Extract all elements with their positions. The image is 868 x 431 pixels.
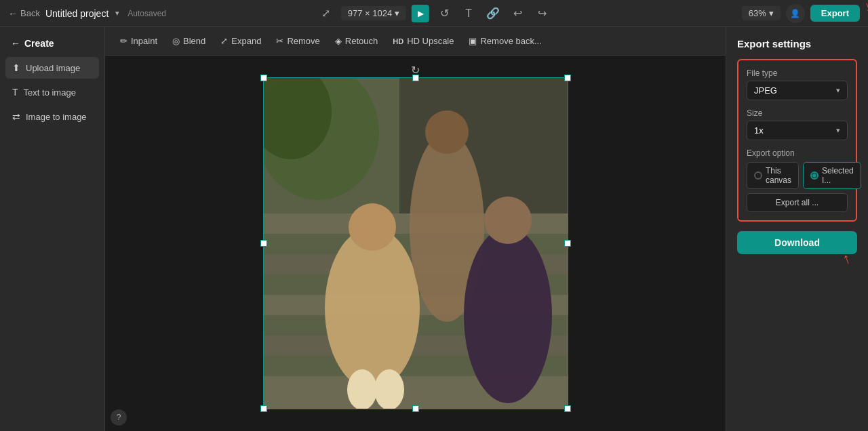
expand-label: Expand — [231, 36, 261, 46]
selected-option[interactable]: Selected I... — [803, 162, 861, 189]
file-type-label: File type — [747, 68, 848, 78]
bottom-bar: ? — [111, 409, 127, 426]
fit-screen-button[interactable]: ⤢ — [317, 4, 336, 23]
size-select[interactable]: 1x ▾ — [747, 121, 848, 140]
handle-middle-left[interactable] — [260, 240, 267, 247]
play-button[interactable]: ▶ — [412, 5, 429, 22]
this-canvas-option[interactable]: This canvas — [747, 162, 799, 189]
expand-icon: ⤢ — [220, 36, 228, 46]
blend-button[interactable]: ◎ Blend — [165, 33, 212, 49]
size-chevron: ▾ — [836, 126, 840, 135]
file-type-select[interactable]: JPEG ▾ — [747, 81, 848, 100]
zoom-chevron: ▾ — [769, 8, 774, 18]
export-all-label: Export all ... — [776, 198, 818, 207]
help-button[interactable]: ? — [111, 409, 127, 426]
svg-point-15 — [347, 369, 377, 409]
canvas-viewport[interactable]: ↻ — [105, 56, 726, 431]
zoom-control[interactable]: 63% ▾ — [742, 6, 781, 20]
link-button[interactable]: 🔗 — [484, 4, 502, 23]
hd-upscale-button[interactable]: HD HD Upscale — [386, 33, 460, 49]
file-type-section: File type JPEG ▾ — [747, 68, 848, 100]
text-tool-button[interactable]: T — [459, 4, 478, 23]
sidebar-image-label: Image to image — [26, 112, 87, 122]
handle-bottom-right[interactable] — [564, 405, 571, 412]
download-button[interactable]: Download — [737, 231, 857, 254]
topbar-center: ⤢ 977 × 1024 ▾ ▶ ↺ T 🔗 ↩ ↪ — [317, 4, 551, 23]
zoom-value: 63% — [749, 8, 766, 18]
handle-bottom-middle[interactable] — [412, 405, 419, 412]
main-layout: ← Create ⬆ Upload image T Text to image … — [0, 27, 868, 431]
remove-back-icon: ▣ — [469, 36, 477, 46]
hd-upscale-label: HD Upscale — [407, 36, 454, 46]
refresh-button[interactable]: ↺ — [435, 4, 454, 23]
svg-point-12 — [425, 110, 469, 154]
inpaint-button[interactable]: ✏ Inpaint — [113, 33, 164, 49]
sidebar-header: ← Create — [5, 35, 99, 54]
selected-radio[interactable] — [810, 171, 818, 180]
sidebar: ← Create ⬆ Upload image T Text to image … — [0, 27, 105, 431]
export-button[interactable]: Export — [810, 5, 860, 22]
svg-point-10 — [349, 203, 396, 251]
canvas-image-container[interactable] — [263, 77, 568, 409]
panel-title: Export settings — [737, 38, 857, 49]
back-button[interactable]: ← Back — [8, 8, 40, 19]
undo-button[interactable]: ↩ — [508, 4, 527, 23]
download-section: Download ↑ — [737, 231, 857, 254]
topbar: ← Back Untitled project ▾ Autosaved ⤢ 97… — [0, 0, 868, 27]
size-label: Size — [747, 108, 848, 118]
topbar-right: 63% ▾ 👤 Export ↑ — [742, 4, 860, 23]
handle-top-middle[interactable] — [412, 75, 419, 81]
collab-button[interactable]: 👤 — [786, 4, 805, 23]
text-icon: T — [12, 87, 18, 98]
export-all-button[interactable]: Export all ... — [747, 193, 848, 212]
retouch-button[interactable]: ◈ Retouch — [328, 33, 384, 49]
handle-bottom-left[interactable] — [260, 405, 267, 412]
remove-icon: ✂ — [276, 36, 283, 46]
sidebar-back-icon: ← — [11, 38, 20, 49]
sidebar-item-text-to-image[interactable]: T Text to image — [5, 81, 99, 103]
autosaved-label: Autosaved — [127, 9, 166, 18]
play-icon: ▶ — [418, 9, 424, 18]
handle-top-right[interactable] — [564, 75, 571, 81]
sidebar-item-upload[interactable]: ⬆ Upload image — [5, 57, 99, 79]
svg-point-13 — [464, 227, 552, 403]
blend-icon: ◎ — [172, 36, 180, 46]
sidebar-header-label: Create — [24, 38, 54, 49]
svg-point-16 — [374, 369, 404, 409]
canvas-svg-overlay — [264, 78, 568, 409]
inpaint-icon: ✏ — [120, 36, 127, 46]
handle-middle-right[interactable] — [564, 240, 571, 247]
this-canvas-radio[interactable] — [754, 171, 762, 180]
redo-button[interactable]: ↪ — [532, 4, 551, 23]
blend-label: Blend — [183, 36, 205, 46]
file-type-chevron: ▾ — [836, 86, 840, 95]
help-icon: ? — [117, 413, 121, 422]
file-type-value: JPEG — [754, 85, 777, 96]
collab-icon: 👤 — [790, 9, 800, 18]
svg-point-9 — [325, 227, 420, 390]
topbar-left: ← Back Untitled project ▾ Autosaved — [8, 8, 166, 19]
sidebar-upload-label: Upload image — [26, 63, 80, 73]
export-settings-box: File type JPEG ▾ Size 1x ▾ Export option — [737, 59, 857, 222]
back-arrow-icon: ← — [8, 8, 18, 19]
export-option-section: Export option This canvas Selected I... … — [747, 148, 848, 212]
export-option-label: Export option — [747, 148, 848, 158]
canvas-size-value: 977 × 1024 — [348, 8, 392, 18]
canvas-size-chevron: ▾ — [395, 8, 399, 18]
remove-back-button[interactable]: ▣ Remove back... — [462, 33, 548, 49]
remove-label: Remove — [287, 36, 319, 46]
project-name[interactable]: Untitled project — [45, 8, 108, 19]
sidebar-text-label: Text to image — [24, 87, 76, 98]
retouch-icon: ◈ — [335, 36, 342, 46]
handle-top-left[interactable] — [260, 75, 267, 81]
expand-button[interactable]: ⤢ Expand — [214, 33, 268, 49]
canvas-size-control[interactable]: 977 × 1024 ▾ — [341, 6, 406, 20]
this-canvas-label: This canvas — [766, 166, 791, 185]
image-to-image-icon: ⇄ — [12, 111, 20, 122]
svg-point-14 — [484, 197, 532, 244]
project-chevron-icon[interactable]: ▾ — [115, 9, 119, 18]
sidebar-item-image-to-image[interactable]: ⇄ Image to image — [5, 106, 99, 127]
inpaint-label: Inpaint — [131, 36, 157, 46]
export-option-radio-group: This canvas Selected I... — [747, 162, 848, 189]
remove-button[interactable]: ✂ Remove — [269, 33, 326, 49]
